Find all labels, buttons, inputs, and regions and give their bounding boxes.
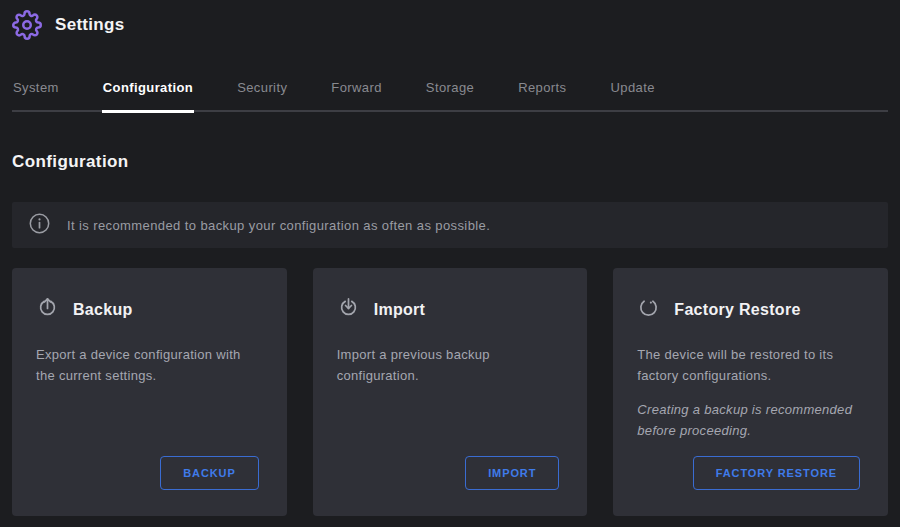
backup-button[interactable]: BACKUP [160, 456, 258, 490]
factory-restore-card-header: Factory Restore [637, 296, 864, 323]
backup-card-header: Backup [36, 296, 263, 323]
factory-restore-button[interactable]: FACTORY RESTORE [693, 456, 860, 490]
tab-reports[interactable]: Reports [517, 74, 567, 113]
factory-restore-card-description: The device will be restored to its facto… [637, 344, 864, 386]
tab-system[interactable]: System [12, 74, 60, 113]
factory-restore-card-note: Creating a backup is recommended before … [637, 399, 864, 441]
download-arrow-icon [337, 296, 360, 323]
factory-restore-card: Factory Restore The device will be resto… [613, 268, 888, 516]
upload-arrow-icon [36, 296, 59, 323]
import-card: Import Import a previous backup configur… [313, 268, 588, 516]
app-header: Settings [0, 0, 900, 48]
banner-text: It is recommended to backup your configu… [67, 218, 490, 233]
tab-update[interactable]: Update [609, 74, 655, 113]
page-title: Settings [55, 15, 124, 35]
info-banner: It is recommended to backup your configu… [12, 202, 888, 248]
tab-configuration[interactable]: Configuration [102, 74, 194, 113]
factory-restore-card-title: Factory Restore [674, 301, 800, 319]
import-card-description: Import a previous backup configuration. [337, 344, 564, 386]
tab-forward[interactable]: Forward [330, 74, 382, 113]
backup-card: Backup Export a device configuration wit… [12, 268, 287, 516]
section-title: Configuration [12, 152, 888, 172]
import-card-header: Import [337, 296, 564, 323]
backup-card-description: Export a device configuration with the c… [36, 344, 263, 386]
tab-storage[interactable]: Storage [425, 74, 475, 113]
info-icon [28, 212, 51, 239]
gear-icon [12, 10, 42, 40]
configuration-cards: Backup Export a device configuration wit… [12, 268, 888, 516]
settings-tab-bar: System Configuration Security Forward St… [0, 74, 900, 112]
restore-icon [637, 296, 660, 323]
tab-security[interactable]: Security [236, 74, 288, 113]
import-button[interactable]: IMPORT [465, 456, 559, 490]
backup-card-title: Backup [73, 301, 133, 319]
import-card-title: Import [374, 301, 426, 319]
